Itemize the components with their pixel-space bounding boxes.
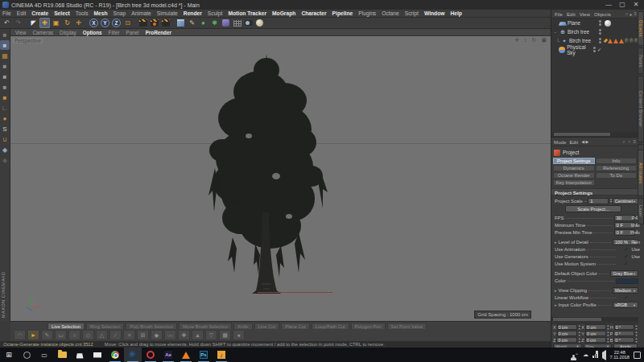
material-tag-white[interactable] <box>605 20 611 27</box>
object-row[interactable]: −⊕Birch tree <box>551 27 638 36</box>
coord-value[interactable]: 0 cm <box>556 337 577 343</box>
menu-mograph[interactable]: MoGraph <box>272 10 295 16</box>
arc-tool-icon[interactable]: ◠ <box>14 330 26 340</box>
edges-mode-icon[interactable]: ■ <box>0 82 10 92</box>
visibility-dots[interactable] <box>599 29 601 35</box>
material-tag-dark[interactable] <box>630 38 634 44</box>
snap-toggle-icon[interactable]: S <box>0 124 10 134</box>
close-button[interactable]: ✕ <box>630 0 642 10</box>
attr-tab-to-do[interactable]: To Do <box>596 172 638 179</box>
viewport-menu-view[interactable]: View <box>15 30 27 35</box>
menu-script[interactable]: Script <box>405 10 419 16</box>
attr-header-icon-2[interactable]: ≡ <box>633 139 636 145</box>
scale-project-button[interactable]: Scale Project... <box>565 205 621 212</box>
rect-select-icon[interactable]: ▭ <box>55 330 67 340</box>
action-center-icon[interactable] <box>634 352 641 359</box>
coord-value[interactable]: 0 cm <box>585 337 606 343</box>
menu-snap[interactable]: Snap <box>114 10 126 16</box>
floor-icon[interactable] <box>232 18 242 28</box>
color-swatch[interactable] <box>616 278 638 284</box>
dock-tab-ring-selection[interactable]: Ring Selection <box>86 323 124 329</box>
stepper-icon[interactable]: ▲▼ <box>607 324 609 331</box>
active-app-icon[interactable] <box>124 348 142 362</box>
search-button[interactable] <box>18 348 35 362</box>
tray-expand-icon[interactable]: ⌃ <box>575 352 579 358</box>
render-settings-icon[interactable] <box>160 18 171 28</box>
attr-tab-octane-render[interactable]: Octane Render <box>553 172 595 179</box>
menu-octane[interactable]: Octane <box>382 10 399 16</box>
attr-tab-key-interpolation[interactable]: Key Interpolation <box>553 179 595 186</box>
notes-icon[interactable]: ♪ <box>213 348 230 362</box>
stepper-icon[interactable]: ▲▼ <box>578 337 580 343</box>
om-menu-icon-1[interactable]: ▸ <box>630 11 632 17</box>
workplane-mode-icon[interactable]: ■ <box>0 61 10 71</box>
mode-menu[interactable]: Mode <box>554 139 566 145</box>
menu-file[interactable]: File <box>2 10 11 16</box>
viewport[interactable]: Perspective ✛ ↕ ↻ ▣ <box>10 36 551 321</box>
locked-grid-icon[interactable]: ◆ <box>0 155 10 165</box>
object-name[interactable]: Plane <box>568 20 580 26</box>
object-name[interactable]: Physical Sky <box>567 44 592 56</box>
panel-tab-attributes[interactable]: Attributes <box>638 150 644 196</box>
deformer-icon[interactable] <box>221 18 231 28</box>
dock-tab-polygon-pen[interactable]: Polygon Pen <box>351 323 386 329</box>
attr-header-icon-1[interactable]: ○ <box>628 139 631 145</box>
dock-tab-plane-cut[interactable]: Plane Cut <box>281 323 309 329</box>
menu-mesh[interactable]: Mesh <box>93 10 107 16</box>
menu-render[interactable]: Render <box>184 10 202 16</box>
live-selection-tool-icon[interactable]: ► <box>27 330 39 340</box>
scale-tool-icon[interactable]: ▣ <box>51 18 61 28</box>
attr-tab-project-settings[interactable]: Project Settings <box>553 158 595 164</box>
object-row[interactable]: Plane <box>551 19 638 27</box>
visibility-dots[interactable] <box>599 38 601 43</box>
weld-tool-icon[interactable]: ✚ <box>178 330 190 340</box>
y-axis-lock-icon[interactable]: Y <box>100 18 110 28</box>
mail-icon[interactable] <box>89 348 106 362</box>
om-menu-icon-0[interactable]: ⌕ <box>625 11 628 17</box>
object-row[interactable]: └✦Birch tree <box>551 36 638 45</box>
menu-select[interactable]: Select <box>54 10 70 16</box>
bridge-tool-icon[interactable]: ≡ <box>123 330 135 340</box>
vlc-icon[interactable] <box>177 348 195 362</box>
menu-help[interactable]: Help <box>450 10 462 16</box>
magnet-tool-icon[interactable]: ● <box>233 330 245 340</box>
om-menu-file[interactable]: File <box>555 11 563 17</box>
viewport-filter-icon[interactable]: ● <box>0 113 10 123</box>
attribute-section-header[interactable]: Project Settings <box>551 188 638 195</box>
render-picture-viewer-icon[interactable] <box>149 18 159 28</box>
stepper-icon[interactable]: ▲▼ <box>578 324 580 331</box>
viewport-camera-label[interactable]: Perspective <box>13 38 43 43</box>
menu-plugins[interactable]: Plugins <box>358 10 376 16</box>
z-axis-lock-icon[interactable]: Z <box>111 18 122 28</box>
coord-value[interactable]: 0 ° <box>613 337 634 343</box>
expander-icon[interactable]: − <box>553 30 558 35</box>
make-editable-icon[interactable]: ■ <box>0 30 10 39</box>
coordinate-system-icon[interactable]: ⊡ <box>122 18 133 28</box>
light-icon[interactable] <box>254 18 265 28</box>
opera-icon[interactable] <box>142 348 159 362</box>
menu-pipeline[interactable]: Pipeline <box>332 10 353 16</box>
attr-header-icon-0[interactable]: ⌕ <box>622 139 625 145</box>
taskbar-clock[interactable]: 22:48 7.11.2018 <box>610 350 630 360</box>
points-mode-icon[interactable]: ■ <box>0 72 10 81</box>
om-menu-edit[interactable]: Edit <box>567 11 576 17</box>
viewport-menu-panel[interactable]: Panel <box>126 30 139 35</box>
attr-select[interactable]: Medium▼ <box>613 287 638 294</box>
panel-tab-content-browser[interactable]: Content Browser <box>638 76 644 142</box>
polygons-mode-icon[interactable]: ■ <box>0 93 10 102</box>
object-row[interactable]: Physical Sky✓ <box>551 45 638 54</box>
last-tool-icon[interactable]: ✛ <box>73 18 84 28</box>
attr-tab-info[interactable]: Info <box>596 158 638 164</box>
dock-tab-poly-brush-selection[interactable]: Poly Brush Selection <box>126 323 177 329</box>
lasso-select-icon[interactable]: ○ <box>68 330 80 340</box>
warning-icon[interactable] <box>619 39 624 43</box>
panel-tab-objects[interactable]: Objects <box>638 11 644 46</box>
rotate-tool-icon[interactable]: ↻ <box>62 18 72 28</box>
dock-tab-move-brush-selection[interactable]: Move Brush Selection <box>179 323 232 329</box>
chrome-icon[interactable] <box>106 348 124 362</box>
texture-mode-icon[interactable]: ▦ <box>0 51 10 60</box>
model-mode-icon[interactable]: ■ <box>0 40 10 50</box>
menu-motion-tracker[interactable]: Motion Tracker <box>228 10 266 16</box>
nav-arrows[interactable]: ◀ ▶ <box>581 139 588 144</box>
stepper-icon[interactable]: ▲▼ <box>635 331 638 337</box>
